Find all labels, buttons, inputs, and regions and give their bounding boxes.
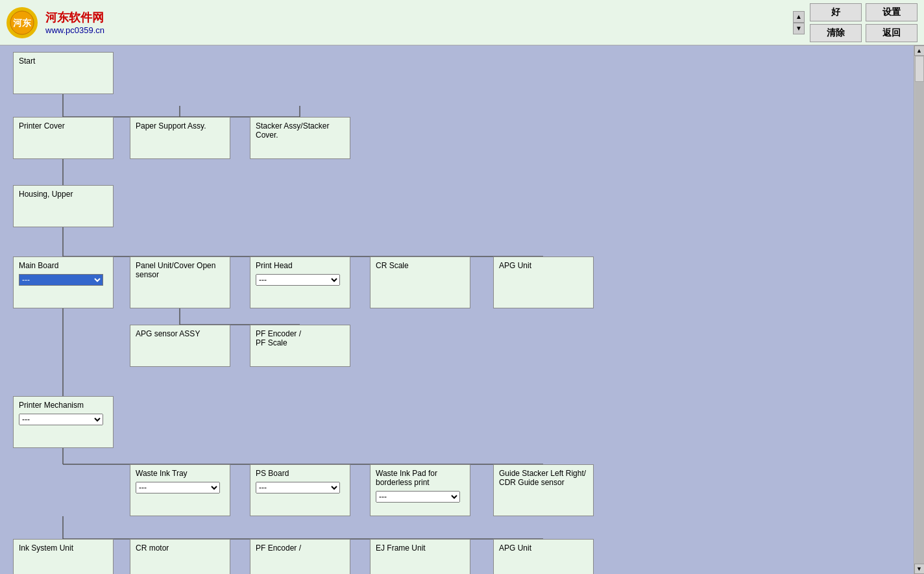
node-start-label: Start [19,56,35,66]
node-paper-support: Paper Support Assy. [130,117,230,159]
ok-button[interactable]: 好 [810,3,862,21]
main-board-select[interactable]: --- OK NG [19,274,103,286]
node-pf-encoder-1: PF Encoder /PF Scale [250,325,350,367]
node-housing-upper-label: Housing, Upper [19,190,73,199]
print-head-select[interactable]: --- OK NG [256,274,340,286]
node-stacker-assy-label: Stacker Assy/Stacker Cover. [256,121,329,140]
logo-icon: 河东 [6,7,38,38]
logo-name: 河东软件网 [45,10,104,25]
node-printer-mech: Printer Mechanism --- OK NG [13,396,114,448]
diagram: Start Printer Cover Paper Support Assy. … [0,45,914,574]
node-apg-unit-2: APG Unit [493,539,594,574]
scrollbar-thumb[interactable] [915,56,924,82]
node-ej-frame-label: EJ Frame Unit [376,543,426,553]
node-apg-sensor: APG sensor ASSY [130,325,230,367]
node-ink-system: Ink System Unit [13,539,114,574]
scrollbar-down[interactable]: ▼ [914,564,925,574]
node-paper-support-label: Paper Support Assy. [136,121,206,131]
node-waste-ink-tray: Waste Ink Tray --- OK NG [130,464,230,516]
printer-mech-select[interactable]: --- OK NG [19,414,103,425]
header-buttons: 好 设置 清除 返回 [810,3,918,42]
scroll-down-arrow[interactable]: ▼ [793,23,805,34]
node-panel-unit-label: Panel Unit/Cover Open sensor [136,261,215,279]
node-pf-encoder-1-label: PF Encoder /PF Scale [256,329,301,347]
node-cr-scale-label: CR Scale [376,261,409,270]
node-ps-board: PS Board --- OK NG [250,464,350,516]
right-scrollbar: ▲ ▼ [914,45,924,574]
logo-url: www.pc0359.cn [45,25,104,35]
ps-board-select[interactable]: --- OK NG [256,482,340,493]
logo-area: 河东 河东软件网 www.pc0359.cn [6,7,104,38]
svg-text:河东: 河东 [13,18,32,28]
scrollbar-track[interactable] [915,56,924,564]
node-cr-motor-label: CR motor [136,543,169,553]
node-guide-stacker: Guide Stacker Left Right/ CDR Guide sens… [493,464,594,516]
node-waste-ink-pad: Waste Ink Pad for borderless print --- O… [370,464,470,516]
node-cr-motor: CR motor [130,539,230,574]
node-printer-cover-label: Printer Cover [19,121,65,131]
node-apg-unit-2-label: APG Unit [499,543,531,553]
node-ej-frame: EJ Frame Unit [370,539,470,574]
node-apg-sensor-label: APG sensor ASSY [136,329,200,338]
header: 河东 河东软件网 www.pc0359.cn ▲ ▼ 好 设置 清除 返回 [0,0,924,45]
node-waste-ink-pad-label: Waste Ink Pad for borderless print [376,469,437,487]
node-start: Start [13,52,114,94]
scroll-up-arrow[interactable]: ▲ [793,11,805,23]
node-cr-scale: CR Scale [370,256,470,308]
node-ps-board-label: PS Board [256,469,289,478]
node-main-board-label: Main Board [19,261,58,270]
node-pf-encoder-2-label: PF Encoder / [256,543,301,553]
node-printer-cover: Printer Cover [13,117,114,159]
node-apg-unit-1-label: APG Unit [499,261,531,270]
node-panel-unit: Panel Unit/Cover Open sensor [130,256,230,308]
node-main-board: Main Board --- OK NG [13,256,114,308]
waste-ink-tray-select[interactable]: --- OK NG [136,482,220,493]
back-button[interactable]: 返回 [866,24,918,42]
node-stacker-assy: Stacker Assy/Stacker Cover. [250,117,350,159]
waste-ink-pad-select[interactable]: --- OK NG [376,491,460,503]
node-guide-stacker-label: Guide Stacker Left Right/ CDR Guide sens… [499,469,586,487]
node-apg-unit-1: APG Unit [493,256,594,308]
node-printer-mech-label: Printer Mechanism [19,401,84,410]
settings-button[interactable]: 设置 [866,3,918,21]
node-pf-encoder-2: PF Encoder / [250,539,350,574]
main-area: Start Printer Cover Paper Support Assy. … [0,45,924,574]
node-housing-upper: Housing, Upper [13,185,114,227]
clear-button[interactable]: 清除 [810,24,862,42]
scrollbar-up[interactable]: ▲ [914,45,925,56]
node-print-head: Print Head --- OK NG [250,256,350,308]
node-ink-system-label: Ink System Unit [19,543,73,553]
node-print-head-label: Print Head [256,261,293,270]
node-waste-ink-tray-label: Waste Ink Tray [136,469,188,478]
